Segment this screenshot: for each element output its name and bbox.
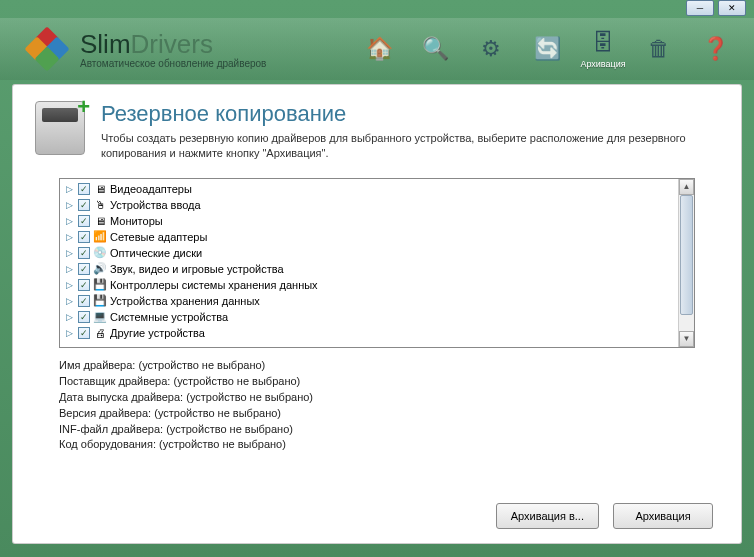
toolbar-active-label: Архивация: [580, 59, 625, 69]
device-category-icon: 💾: [92, 294, 108, 308]
expand-arrow-icon[interactable]: ▷: [66, 232, 76, 242]
app-logo-icon: [28, 28, 70, 70]
device-category-icon: 💿: [92, 246, 108, 260]
tree-item-label: Устройства ввода: [110, 199, 201, 211]
toolbar-backup-button[interactable]: 🗄 Архивация: [584, 24, 622, 74]
detail-value: (устройство не выбрано): [159, 438, 286, 450]
detail-label: INF-файл драйвера:: [59, 423, 163, 435]
page-description: Чтобы создать резервную копию драйверов …: [101, 131, 719, 162]
device-tree[interactable]: ▷✓🖥Видеоадаптеры▷✓🖱Устройства ввода▷✓🖥Мо…: [60, 179, 678, 347]
minimize-button[interactable]: ─: [686, 0, 714, 16]
detail-row: Поставщик драйвера: (устройство не выбра…: [59, 374, 695, 390]
tree-item[interactable]: ▷✓💿Оптические диски: [60, 245, 678, 261]
device-category-icon: 💻: [92, 310, 108, 324]
device-category-icon: 🖨: [92, 326, 108, 340]
tree-item[interactable]: ▷✓🔊Звук, видео и игровые устройства: [60, 261, 678, 277]
tree-item[interactable]: ▷✓🖨Другие устройства: [60, 325, 678, 341]
tree-item-label: Видеоадаптеры: [110, 183, 192, 195]
expand-arrow-icon[interactable]: ▷: [66, 248, 76, 258]
toolbar-help-button[interactable]: ❓: [696, 24, 734, 74]
scroll-down-button[interactable]: ▼: [679, 331, 694, 347]
toolbar-settings-button[interactable]: ⚙: [472, 24, 510, 74]
home-icon: 🏠: [364, 36, 394, 62]
tree-item-label: Сетевые адаптеры: [110, 231, 207, 243]
page-header: Резервное копирование Чтобы создать резе…: [35, 101, 719, 162]
device-category-icon: 🖥: [92, 214, 108, 228]
detail-value: (устройство не выбрано): [186, 391, 313, 403]
expand-arrow-icon[interactable]: ▷: [66, 216, 76, 226]
expand-arrow-icon[interactable]: ▷: [66, 280, 76, 290]
app-logo-text: SlimDrivers Автоматическое обновление др…: [80, 29, 266, 69]
tree-checkbox[interactable]: ✓: [78, 231, 90, 243]
expand-arrow-icon[interactable]: ▷: [66, 328, 76, 338]
device-category-icon: 🔊: [92, 262, 108, 276]
tree-item-label: Оптические диски: [110, 247, 202, 259]
uninstall-icon: 🗑: [644, 36, 674, 62]
tree-checkbox[interactable]: ✓: [78, 183, 90, 195]
backup-icon: 🗄: [588, 30, 618, 56]
scroll-up-button[interactable]: ▲: [679, 179, 694, 195]
restore-icon: 🔄: [532, 36, 562, 62]
expand-arrow-icon[interactable]: ▷: [66, 200, 76, 210]
main-toolbar: 🏠 🔍 ⚙ 🔄 🗄 Архивация 🗑 ❓: [360, 24, 734, 74]
detail-row: Версия драйвера: (устройство не выбрано): [59, 406, 695, 422]
tree-item[interactable]: ▷✓💻Системные устройства: [60, 309, 678, 325]
tree-checkbox[interactable]: ✓: [78, 199, 90, 211]
app-title-drivers: Drivers: [131, 29, 213, 59]
expand-arrow-icon[interactable]: ▷: [66, 312, 76, 322]
archive-to-button[interactable]: Архивация в...: [496, 503, 599, 529]
tree-checkbox[interactable]: ✓: [78, 263, 90, 275]
toolbar-home-button[interactable]: 🏠: [360, 24, 398, 74]
tree-item-label: Другие устройства: [110, 327, 205, 339]
tree-checkbox[interactable]: ✓: [78, 327, 90, 339]
detail-row: Дата выпуска драйвера: (устройство не вы…: [59, 390, 695, 406]
tree-checkbox[interactable]: ✓: [78, 215, 90, 227]
detail-value: (устройство не выбрано): [154, 407, 281, 419]
tree-item-label: Устройства хранения данных: [110, 295, 260, 307]
detail-label: Дата выпуска драйвера:: [59, 391, 183, 403]
tree-scrollbar[interactable]: ▲ ▼: [678, 179, 694, 347]
device-category-icon: 💾: [92, 278, 108, 292]
page-title: Резервное копирование: [101, 101, 719, 127]
tree-item-label: Звук, видео и игровые устройства: [110, 263, 284, 275]
tree-checkbox[interactable]: ✓: [78, 279, 90, 291]
expand-arrow-icon[interactable]: ▷: [66, 264, 76, 274]
detail-row: INF-файл драйвера: (устройство не выбран…: [59, 422, 695, 438]
scroll-thumb[interactable]: [680, 195, 693, 315]
toolbar-uninstall-button[interactable]: 🗑: [640, 24, 678, 74]
device-category-icon: 🖥: [92, 182, 108, 196]
detail-label: Версия драйвера:: [59, 407, 151, 419]
tree-item-label: Контроллеры системы хранения данных: [110, 279, 318, 291]
toolbar-restore-button[interactable]: 🔄: [528, 24, 566, 74]
device-category-icon: 🖱: [92, 198, 108, 212]
detail-row: Имя драйвера: (устройство не выбрано): [59, 358, 695, 374]
app-subtitle: Автоматическое обновление драйверов: [80, 58, 266, 69]
close-button[interactable]: ✕: [718, 0, 746, 16]
expand-arrow-icon[interactable]: ▷: [66, 296, 76, 306]
gear-icon: ⚙: [476, 36, 506, 62]
tree-checkbox[interactable]: ✓: [78, 311, 90, 323]
tree-item[interactable]: ▷✓🖥Видеоадаптеры: [60, 181, 678, 197]
help-icon: ❓: [700, 36, 730, 62]
expand-arrow-icon[interactable]: ▷: [66, 184, 76, 194]
tree-item-label: Системные устройства: [110, 311, 228, 323]
page-icon-backup: [35, 101, 85, 155]
tree-item-label: Мониторы: [110, 215, 163, 227]
window-titlebar: ─ ✕: [0, 0, 754, 18]
tree-item[interactable]: ▷✓🖱Устройства ввода: [60, 197, 678, 213]
tree-item[interactable]: ▷✓📶Сетевые адаптеры: [60, 229, 678, 245]
tree-checkbox[interactable]: ✓: [78, 295, 90, 307]
tree-checkbox[interactable]: ✓: [78, 247, 90, 259]
toolbar-scan-button[interactable]: 🔍: [416, 24, 454, 74]
archive-button[interactable]: Архивация: [613, 503, 713, 529]
footer-buttons: Архивация в... Архивация: [35, 503, 719, 529]
tree-item[interactable]: ▷✓💾Устройства хранения данных: [60, 293, 678, 309]
scan-icon: 🔍: [420, 36, 450, 62]
content-panel: Резервное копирование Чтобы создать резе…: [12, 84, 742, 544]
tree-item[interactable]: ▷✓💾Контроллеры системы хранения данных: [60, 277, 678, 293]
app-title-slim: Slim: [80, 29, 131, 59]
tree-item[interactable]: ▷✓🖥Мониторы: [60, 213, 678, 229]
device-tree-container: ▷✓🖥Видеоадаптеры▷✓🖱Устройства ввода▷✓🖥Мо…: [59, 178, 695, 348]
detail-label: Поставщик драйвера:: [59, 375, 170, 387]
app-header: SlimDrivers Автоматическое обновление др…: [0, 18, 754, 80]
